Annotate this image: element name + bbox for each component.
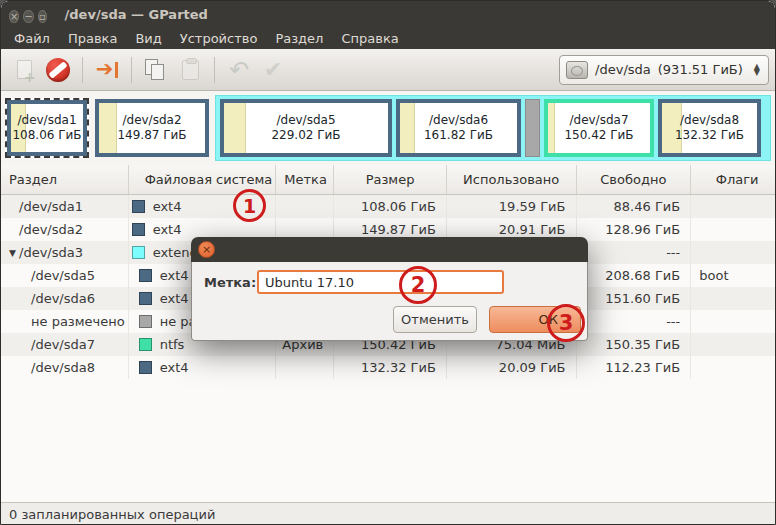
partition-box-devsda2[interactable]: /dev/sda2149.87 ГиБ — [95, 99, 209, 157]
partition-name: не размечено — [31, 314, 125, 329]
toolbar-separator — [214, 57, 215, 83]
partition-flags — [691, 195, 775, 218]
toolbar: ➔↶✔ /dev/sda (931.51 ГиБ) ▲▼ — [1, 49, 775, 91]
filesystem-color-swatch — [139, 269, 152, 282]
partition-flags — [691, 218, 775, 241]
header-size[interactable]: Размер — [334, 165, 447, 194]
close-window-icon[interactable]: × — [9, 10, 19, 23]
table-row-devsda1[interactable]: /dev/sda1ext4108.06 ГиБ19.59 ГиБ88.46 Ги… — [1, 195, 775, 218]
filesystem-name: ext4 — [153, 222, 182, 237]
menu-item-5[interactable]: Справка — [332, 29, 407, 48]
undo-icon: ↶ — [222, 55, 256, 85]
partition-box-name: /dev/sda6 — [429, 113, 488, 128]
used-space-strip — [400, 103, 415, 153]
dialog-body: Метка: Отменить ОК — [191, 262, 588, 341]
restore-window-icon[interactable]: ▫ — [38, 10, 47, 23]
partition-flags — [691, 310, 775, 333]
menu-item-1[interactable]: Правка — [59, 29, 126, 48]
resize-move-icon[interactable]: ➔ — [90, 55, 124, 85]
pending-operations-text: 0 запланированных операций — [9, 507, 215, 522]
partition-flags — [691, 241, 775, 264]
used-space-strip — [99, 103, 117, 153]
partition-name: /dev/sda5 — [31, 268, 95, 283]
device-selector[interactable]: /dev/sda (931.51 ГиБ) ▲▼ — [559, 55, 769, 85]
partition-size: 132.32 ГиБ — [334, 356, 447, 379]
header-label[interactable]: Метка — [276, 165, 334, 194]
partition-free: 128.96 ГиБ — [577, 218, 692, 241]
set-label-dialog: × Метка: Отменить ОК — [191, 237, 588, 341]
partition-size: 108.06 ГиБ — [334, 195, 447, 218]
header-partition[interactable]: Раздел — [1, 165, 129, 194]
partition-flags — [691, 333, 775, 356]
menu-item-4[interactable]: Раздел — [266, 29, 332, 48]
filesystem-color-swatch — [132, 223, 145, 236]
label-field-caption: Метка: — [204, 275, 256, 290]
disk-icon — [566, 61, 588, 79]
toolbar-separator — [131, 57, 132, 83]
cancel-button[interactable]: Отменить — [393, 306, 477, 333]
filesystem-name: ext4 — [160, 268, 189, 283]
annotation-step-2: 2 — [399, 266, 437, 304]
spinner-arrows-icon[interactable]: ▲▼ — [754, 64, 760, 76]
partition-box-size: 161.82 ГиБ — [424, 128, 493, 143]
apply-icon: ✔ — [256, 55, 290, 85]
titlebar: ×−▫ /dev/sda — GParted — [1, 1, 775, 27]
device-selector-size: (931.51 ГиБ) — [658, 62, 743, 77]
minimize-window-icon[interactable]: − — [23, 10, 33, 23]
filesystem-name: ext4 — [160, 291, 189, 306]
partition-label — [276, 356, 334, 379]
partition-flags: boot — [691, 264, 775, 287]
partition-box-devsda1[interactable]: /dev/sda1108.06 ГиБ — [7, 100, 87, 156]
partition-box-name: /dev/sda7 — [569, 113, 628, 128]
partition-box-size: 150.42 ГиБ — [564, 128, 633, 143]
dialog-close-icon[interactable]: × — [198, 241, 215, 258]
toolbar-icons: ➔↶✔ — [7, 55, 290, 85]
partition-box-size: 132.32 ГиБ — [675, 128, 744, 143]
menu-item-3[interactable]: Устройство — [171, 29, 267, 48]
filesystem-color-swatch — [139, 292, 152, 305]
gparted-window: ×−▫ /dev/sda — GParted ФайлПравкаВидУстр… — [0, 0, 776, 525]
partition-box-name: /dev/sda5 — [276, 113, 335, 128]
partition-box-name: /dev/sda8 — [680, 113, 739, 128]
partition-box-size: 108.06 ГиБ — [12, 128, 81, 143]
expander-icon[interactable]: ▼ — [6, 248, 19, 258]
partition-name: /dev/sda6 — [31, 291, 95, 306]
header-flags[interactable]: Флаги — [691, 165, 775, 194]
partition-label — [276, 195, 334, 218]
partition-box-devsda6[interactable]: /dev/sda6161.82 ГиБ — [396, 99, 521, 157]
copy-icon[interactable] — [139, 55, 173, 85]
statusbar: 0 запланированных операций — [1, 502, 775, 525]
extended-partition-container[interactable]: /dev/sda5229.02 ГиБ/dev/sda6161.82 ГиБ/d… — [215, 95, 771, 161]
partition-name: /dev/sda3 — [19, 245, 83, 260]
partition-free: 88.46 ГиБ — [577, 195, 692, 218]
unallocated-space-block[interactable] — [525, 99, 540, 157]
header-free[interactable]: Свободно — [577, 165, 692, 194]
toolbar-separator — [82, 57, 83, 83]
partition-used: 19.59 ГиБ — [447, 195, 577, 218]
menu-item-2[interactable]: Вид — [126, 29, 170, 48]
filesystem-name: ext4 — [160, 360, 189, 375]
partition-box-devsda5[interactable]: /dev/sda5229.02 ГиБ — [220, 99, 392, 157]
delete-partition-icon[interactable] — [41, 55, 75, 85]
partition-flags — [691, 287, 775, 310]
new-partition-icon — [7, 55, 41, 85]
table-empty-area — [1, 379, 775, 502]
header-used[interactable]: Использовано — [447, 165, 577, 194]
partition-box-name: /dev/sda2 — [122, 113, 181, 128]
partition-box-devsda8[interactable]: /dev/sda8132.32 ГиБ — [658, 99, 761, 157]
partition-used: 20.09 ГиБ — [447, 356, 577, 379]
filesystem-color-swatch — [139, 361, 152, 374]
used-space-strip — [548, 103, 555, 153]
partition-flags — [691, 356, 775, 379]
table-row-devsda8[interactable]: /dev/sda8ext4132.32 ГиБ20.09 ГиБ112.23 Г… — [1, 356, 775, 379]
filesystem-color-swatch — [139, 338, 152, 351]
menu-item-0[interactable]: Файл — [5, 29, 59, 48]
partition-name: /dev/sda8 — [31, 360, 95, 375]
partition-box-devsda7[interactable]: /dev/sda7150.42 ГиБ — [544, 99, 654, 157]
partition-name: /dev/sda7 — [31, 337, 95, 352]
table-header-row: Раздел Файловая система Метка Размер Исп… — [1, 165, 775, 195]
device-selector-value: /dev/sda — [595, 62, 651, 77]
partition-box-size: 149.87 ГиБ — [117, 128, 186, 143]
partition-name: /dev/sda1 — [19, 199, 83, 214]
label-input[interactable] — [257, 270, 504, 294]
